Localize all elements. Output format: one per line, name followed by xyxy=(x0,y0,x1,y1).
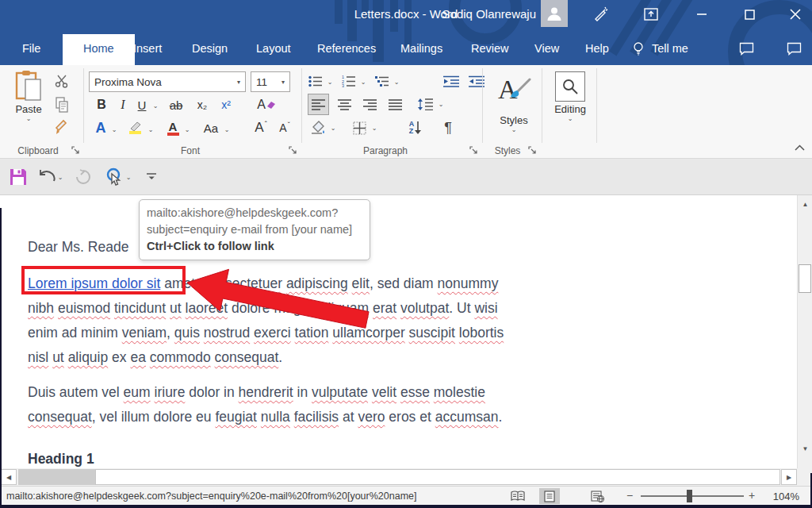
close-button[interactable] xyxy=(785,5,806,24)
cut-button[interactable] xyxy=(52,71,71,90)
clipboard-dialog-launcher[interactable] xyxy=(71,146,81,156)
read-mode-button[interactable] xyxy=(508,488,528,504)
scroll-left-button[interactable]: ◀ xyxy=(1,469,17,485)
undo-menu-arrow[interactable]: ⌄ xyxy=(56,167,65,187)
zoom-percentage[interactable]: 104% xyxy=(773,491,799,502)
bullets-menu-arrow[interactable]: ⌄ xyxy=(325,75,335,89)
pen-icon[interactable] xyxy=(590,5,611,24)
bullets-button[interactable] xyxy=(306,71,325,90)
strikethrough-button[interactable]: ab xyxy=(165,95,187,114)
numbering-menu-arrow[interactable]: ⌄ xyxy=(358,75,368,89)
grow-font-button[interactable]: Aˆ xyxy=(251,117,271,138)
document-canvas[interactable]: Dear Ms. Reade Lorem ipsum dolor sit ame… xyxy=(0,195,812,468)
touch-mouse-mode-button[interactable] xyxy=(103,167,124,187)
text-effects-button[interactable]: A xyxy=(92,117,109,138)
frame-edge-bottom xyxy=(0,505,812,508)
horizontal-scroll-track[interactable] xyxy=(95,469,780,485)
multilevel-list-button[interactable] xyxy=(373,71,392,90)
tab-design[interactable]: Design xyxy=(184,32,236,65)
collapse-ribbon-button[interactable] xyxy=(791,141,807,154)
scroll-down-button[interactable]: ▼ xyxy=(799,441,812,456)
zoom-out-button[interactable]: − xyxy=(626,489,633,502)
clear-formatting-button[interactable]: A xyxy=(255,95,278,114)
tab-home[interactable]: Home xyxy=(63,34,135,65)
scroll-right-button[interactable]: ▶ xyxy=(781,469,797,485)
save-button[interactable] xyxy=(8,167,29,187)
shading-button[interactable] xyxy=(308,117,328,138)
borders-button[interactable] xyxy=(349,117,370,138)
zoom-slider-track[interactable] xyxy=(641,495,744,497)
align-left-button[interactable] xyxy=(308,94,329,115)
vertical-scroll-thumb[interactable] xyxy=(799,264,811,293)
superscript-button[interactable]: x² xyxy=(216,95,236,114)
text-effects-menu-arrow[interactable]: ⌄ xyxy=(109,122,119,137)
customize-qat-button[interactable] xyxy=(141,167,162,187)
minimize-button[interactable] xyxy=(691,5,712,24)
maximize-button[interactable] xyxy=(739,5,760,24)
clipboard-group-label: Clipboard xyxy=(0,145,76,156)
styles-button[interactable]: A Styles ⌄ xyxy=(487,71,541,133)
tab-help[interactable]: Help xyxy=(577,32,617,65)
show-formatting-marks-button[interactable]: ¶ xyxy=(438,117,458,138)
print-layout-button[interactable] xyxy=(539,488,560,504)
tab-references[interactable]: References xyxy=(309,32,384,65)
sort-button[interactable]: AZ xyxy=(403,117,428,138)
comment-icon[interactable] xyxy=(736,39,756,58)
vertical-scrollbar[interactable]: ▲ ▼ xyxy=(797,195,812,468)
copy-button[interactable] xyxy=(52,95,71,114)
avatar[interactable] xyxy=(541,0,568,27)
tab-insert[interactable]: Insert xyxy=(125,32,170,65)
font-size-combobox[interactable]: 11▾ xyxy=(251,71,290,92)
bold-button[interactable]: B xyxy=(92,95,111,114)
multilevel-menu-arrow[interactable]: ⌄ xyxy=(392,75,401,89)
styles-dialog-launcher[interactable] xyxy=(528,146,538,156)
web-layout-button[interactable] xyxy=(587,488,607,504)
horizontal-scrollbar[interactable]: ◀ ▶ xyxy=(0,468,812,486)
tab-mailings[interactable]: Mailings xyxy=(393,32,450,65)
highlight-menu-arrow[interactable]: ⌄ xyxy=(146,122,155,137)
borders-menu-arrow[interactable]: ⌄ xyxy=(370,121,379,135)
tell-me-box[interactable]: Tell me xyxy=(644,32,696,65)
hyperlink-tooltip: mailto:akishore@helpdeskgeek.com? subjec… xyxy=(139,199,370,260)
font-color-button[interactable]: A xyxy=(163,117,182,138)
align-right-button[interactable] xyxy=(359,94,381,115)
ribbon-display-options-icon[interactable] xyxy=(641,5,661,24)
numbering-button[interactable]: 123 xyxy=(339,71,358,90)
change-case-button[interactable]: Aa xyxy=(200,117,222,138)
line-spacing-menu-arrow[interactable]: ⌄ xyxy=(436,97,446,111)
editing-button[interactable]: Editing ⌄ xyxy=(547,71,593,122)
undo-button[interactable] xyxy=(36,167,57,187)
italic-button[interactable]: I xyxy=(114,95,132,114)
change-case-menu-arrow[interactable]: ⌄ xyxy=(222,122,232,137)
touch-mode-menu-arrow[interactable]: ⌄ xyxy=(124,167,133,187)
justify-button[interactable] xyxy=(385,94,406,115)
line-spacing-button[interactable] xyxy=(414,94,436,115)
tab-review[interactable]: Review xyxy=(463,32,517,65)
tab-layout[interactable]: Layout xyxy=(248,32,299,65)
format-painter-button[interactable] xyxy=(52,117,71,137)
shrink-font-button[interactable]: Aˇ xyxy=(274,117,295,138)
subscript-button[interactable]: x₂ xyxy=(192,95,213,114)
zoom-in-button[interactable]: + xyxy=(749,489,755,502)
increase-indent-button[interactable] xyxy=(466,71,487,90)
underline-menu-arrow[interactable]: ⌄ xyxy=(151,98,160,113)
zoom-slider-thumb[interactable] xyxy=(687,490,692,502)
scroll-up-button[interactable]: ▲ xyxy=(799,196,812,212)
tab-view[interactable]: View xyxy=(527,32,567,65)
highlight-button[interactable] xyxy=(125,117,144,138)
redo-button[interactable] xyxy=(73,167,94,187)
person-icon xyxy=(546,5,563,22)
align-center-button[interactable] xyxy=(334,94,355,115)
font-color-menu-arrow[interactable]: ⌄ xyxy=(182,122,192,137)
font-dialog-launcher[interactable] xyxy=(289,146,298,156)
share-comment-icon[interactable] xyxy=(783,39,804,58)
horizontal-scroll-thumb[interactable] xyxy=(18,469,95,485)
tab-file[interactable]: File xyxy=(14,32,48,65)
paragraph-dialog-launcher[interactable] xyxy=(469,146,479,156)
decrease-indent-button[interactable] xyxy=(441,71,462,90)
shading-menu-arrow[interactable]: ⌄ xyxy=(328,121,338,135)
paste-button[interactable]: Paste ⌄ xyxy=(8,70,49,122)
svg-text:3: 3 xyxy=(342,83,344,87)
underline-button[interactable]: U xyxy=(133,95,151,114)
font-name-combobox[interactable]: Proxima Nova▾ xyxy=(89,71,246,92)
